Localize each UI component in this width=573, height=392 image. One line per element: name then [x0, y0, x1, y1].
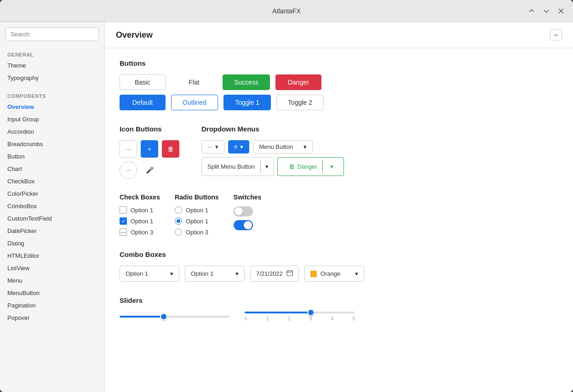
switches-title: Switches: [234, 193, 262, 201]
sidebar-item-menu[interactable]: Menu: [0, 274, 104, 287]
icon-buttons-group: Icon Buttons ··· + 🗑: [120, 125, 179, 179]
sidebar-item-customtextfield[interactable]: CustomTextField: [0, 212, 104, 225]
trash-icon-button[interactable]: 🗑: [162, 140, 179, 158]
page-title: Overview: [116, 30, 153, 40]
app-window: AtlantaFX GENERAL Theme: [0, 0, 573, 392]
sidebar: GENERAL Theme Typography COMPONENTS Over…: [0, 22, 105, 392]
chevron-down-icon: ▾: [215, 143, 218, 150]
content-body: Buttons Basic Flat Success Danger Defaul…: [105, 48, 573, 392]
checkbox-checked[interactable]: [120, 217, 127, 225]
plus-icon: +: [148, 145, 151, 153]
sidebar-item-button[interactable]: Button: [0, 150, 104, 163]
color-swatch-orange: [310, 271, 317, 277]
dots-dropdown-button[interactable]: ··· ▾: [201, 140, 224, 153]
basic-button[interactable]: Basic: [120, 74, 166, 90]
close-button[interactable]: [556, 6, 566, 16]
sidebar-item-pagination[interactable]: Pagination: [0, 299, 104, 312]
icon-btn-row-1: ··· + 🗑: [120, 140, 179, 158]
plus-icon-button[interactable]: +: [141, 140, 158, 158]
menu-icon-dropdown-button[interactable]: ≡ ▾: [228, 140, 250, 153]
trash-small-icon: 🗑: [289, 163, 295, 170]
radio-item-3[interactable]: Option 3: [175, 228, 219, 236]
default-button[interactable]: Default: [120, 95, 166, 110]
sidebar-item-popover[interactable]: Popover: [0, 312, 104, 324]
sidebar-item-breadcrumbs[interactable]: Breadcrumbs: [0, 138, 104, 150]
dropdown-row-1: ··· ▾ ≡ ▾ Menu Button ▾: [201, 140, 344, 153]
toggle1-button[interactable]: Toggle 1: [223, 95, 271, 110]
radio-unchecked-3[interactable]: [175, 228, 182, 236]
combo-select-1[interactable]: Option 1 ▾: [120, 266, 179, 282]
radio-item-1[interactable]: Option 1: [175, 206, 219, 214]
checkbox-item-2[interactable]: Option 1: [120, 217, 160, 225]
components-section-label: COMPONENTS: [0, 90, 104, 101]
sidebar-item-theme[interactable]: Theme: [0, 59, 104, 72]
danger-button[interactable]: Danger: [275, 74, 321, 90]
app-title: AtlantaFX: [272, 7, 300, 15]
combo-boxes-row: Option 1 ▾ Option 1 ▾ 7/21/2022: [120, 266, 558, 282]
mic-button[interactable]: 🎤: [141, 161, 158, 179]
toggle2-button[interactable]: Toggle 2: [276, 95, 324, 110]
maximize-button[interactable]: [542, 6, 551, 16]
radio-checked[interactable]: [175, 217, 182, 225]
slider-2-thumb[interactable]: [307, 309, 315, 316]
combo-select-2[interactable]: Option 1 ▾: [185, 266, 245, 282]
checkbox-indeterminate[interactable]: [120, 228, 127, 236]
sidebar-item-input-group[interactable]: Input Group: [0, 113, 104, 125]
sidebar-item-colorpicker[interactable]: ColorPicker: [0, 187, 104, 200]
radio-buttons-title: Radio Buttons: [175, 193, 219, 201]
sidebar-item-listview[interactable]: ListView: [0, 262, 104, 274]
content-area: Overview ‹› Buttons Basic Flat Success D…: [105, 22, 573, 392]
buttons-section-title: Buttons: [120, 59, 558, 67]
combo-date-picker[interactable]: 7/21/2022: [250, 266, 299, 282]
sidebar-item-dialog[interactable]: Dialog: [0, 237, 104, 250]
menu-button-label: Menu Button: [259, 143, 293, 150]
icon-buttons-title: Icon Buttons: [120, 125, 179, 133]
slider-2-track[interactable]: [245, 312, 355, 313]
sidebar-item-menubutton[interactable]: MenuButton: [0, 287, 104, 299]
dropdown-menus-group: Dropdown Menus ··· ▾ ≡ ▾: [201, 125, 344, 179]
slider-2: 0 1 2 3 4 5: [245, 312, 355, 321]
switch-on[interactable]: [234, 220, 253, 230]
flat-button[interactable]: Flat: [171, 74, 217, 90]
icon-btn-row-2: ··· 🎤: [120, 161, 179, 179]
slider-1-track[interactable]: [120, 316, 230, 318]
mic-icon: 🎤: [146, 166, 154, 174]
success-button[interactable]: Success: [223, 74, 270, 90]
sidebar-item-checkbox[interactable]: CheckBox: [0, 175, 104, 187]
switch-off[interactable]: [234, 206, 253, 216]
sidebar-item-accordion[interactable]: Accordion: [0, 125, 104, 138]
search-input[interactable]: [6, 28, 99, 41]
radio-unchecked[interactable]: [175, 206, 182, 214]
icon-btn-grid: ··· + 🗑 ···: [120, 140, 179, 179]
dots-icon-button[interactable]: ···: [120, 140, 137, 158]
sidebar-item-htmleditor[interactable]: HTMLEditor: [0, 250, 104, 262]
combo-boxes-title: Combo Boxes: [120, 250, 558, 258]
switch-item-2[interactable]: [234, 220, 262, 230]
menu-lines-icon: ≡: [234, 143, 238, 150]
danger-split-chevron: ▾: [326, 160, 338, 173]
combo-color-picker[interactable]: Orange ▾: [304, 266, 364, 282]
chevron-down-icon-combo2: ▾: [235, 270, 239, 277]
code-toggle-button[interactable]: ‹›: [550, 29, 562, 40]
switch-item-1[interactable]: [234, 206, 262, 216]
dots-circle-button[interactable]: ···: [120, 161, 137, 179]
slider-1-thumb[interactable]: [160, 313, 167, 320]
check-radio-switch-section: Check Boxes Option 1 Option 1 Option 3: [120, 193, 558, 236]
checkbox-item-3[interactable]: Option 3: [120, 228, 160, 236]
outlined-button[interactable]: Outlined: [171, 95, 218, 110]
sidebar-item-chart[interactable]: Chart: [0, 163, 104, 175]
main-layout: GENERAL Theme Typography COMPONENTS Over…: [0, 22, 573, 392]
trash-icon: 🗑: [167, 145, 174, 153]
sidebar-item-overview[interactable]: Overview: [0, 101, 104, 113]
sidebar-item-combobox[interactable]: ComboBox: [0, 200, 104, 212]
calendar-icon: [286, 270, 293, 278]
menu-button-dropdown[interactable]: Menu Button ▾: [253, 140, 313, 153]
minimize-button[interactable]: [527, 6, 536, 16]
checkbox-item-1[interactable]: Option 1: [120, 206, 160, 214]
sidebar-item-datepicker[interactable]: DatePicker: [0, 225, 104, 237]
checkbox-unchecked[interactable]: [120, 206, 127, 214]
danger-split-button[interactable]: 🗑 Danger ▾: [277, 157, 344, 176]
sidebar-item-typography[interactable]: Typography: [0, 72, 104, 84]
radio-item-2[interactable]: Option 1: [175, 217, 219, 225]
split-menu-button[interactable]: Split Menu Button ▾: [201, 157, 274, 176]
